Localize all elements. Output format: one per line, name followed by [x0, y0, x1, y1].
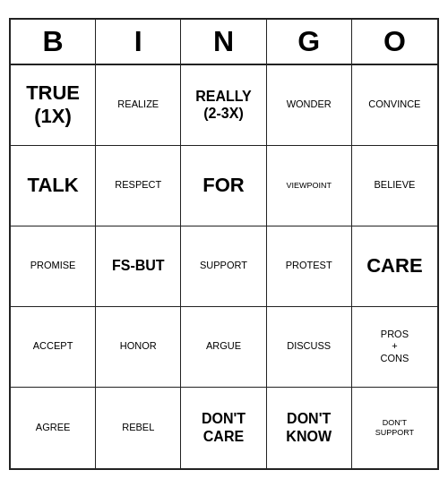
- cell-text: TRUE(1X): [26, 81, 80, 129]
- header-letter: N: [181, 20, 266, 64]
- header-letter: O: [352, 20, 437, 64]
- cell-text: FS-BUT: [112, 257, 165, 274]
- bingo-cell: FOR: [181, 146, 266, 226]
- cell-text: SUPPORT: [200, 260, 247, 271]
- header-letter: I: [96, 20, 181, 64]
- cell-text: REBEL: [122, 422, 154, 433]
- bingo-cell: BELIEVE: [352, 146, 437, 226]
- bingo-cell: DON'TCARE: [181, 388, 266, 468]
- bingo-cell: RESPECT: [96, 146, 181, 226]
- bingo-cell: TALK: [11, 146, 96, 226]
- bingo-card: BINGO TRUE(1X)REALIZEREALLY(2-3X)WONDERC…: [9, 18, 439, 470]
- cell-text: VIEWPOINT: [286, 181, 332, 191]
- bingo-grid: TRUE(1X)REALIZEREALLY(2-3X)WONDERCONVINC…: [11, 65, 437, 468]
- cell-text: DISCUSS: [287, 340, 331, 352]
- cell-text: REALLY(2-3X): [195, 88, 252, 122]
- cell-text: RESPECT: [115, 179, 161, 191]
- bingo-cell: DON'TSUPPORT: [352, 388, 437, 468]
- cell-text: FOR: [202, 174, 244, 197]
- bingo-cell: PROMISE: [11, 226, 96, 307]
- bingo-cell: DISCUSS: [267, 307, 352, 388]
- cell-text: CARE: [366, 254, 422, 278]
- cell-text: ACCEPT: [33, 340, 73, 352]
- header-letter: B: [11, 20, 96, 64]
- bingo-cell: ARGUE: [181, 307, 266, 388]
- bingo-cell: REALLY(2-3X): [181, 65, 266, 146]
- cell-text: DON'TSUPPORT: [375, 418, 414, 438]
- header-letter: G: [267, 20, 352, 64]
- cell-text: WONDER: [287, 98, 332, 110]
- bingo-cell: PROTEST: [267, 226, 352, 307]
- bingo-header: BINGO: [11, 20, 437, 65]
- cell-text: CONVINCE: [368, 98, 420, 110]
- cell-text: ARGUE: [206, 340, 241, 352]
- cell-text: HONOR: [120, 340, 157, 352]
- cell-text: PROMISE: [30, 260, 76, 271]
- cell-text: DON'TKNOW: [286, 410, 332, 444]
- bingo-cell: AGREE: [11, 388, 96, 468]
- cell-text: DON'TCARE: [202, 410, 246, 444]
- bingo-cell: DON'TKNOW: [267, 388, 352, 468]
- bingo-cell: VIEWPOINT: [267, 146, 352, 226]
- bingo-cell: REALIZE: [96, 65, 181, 146]
- bingo-cell: HONOR: [96, 307, 181, 388]
- bingo-cell: FS-BUT: [96, 226, 181, 307]
- cell-text: AGREE: [36, 422, 71, 433]
- bingo-cell: PROS+CONS: [352, 307, 437, 388]
- bingo-cell: ACCEPT: [11, 307, 96, 388]
- bingo-cell: TRUE(1X): [11, 65, 96, 146]
- bingo-cell: REBEL: [96, 388, 181, 468]
- bingo-cell: CONVINCE: [352, 65, 437, 146]
- cell-text: REALIZE: [117, 98, 159, 110]
- cell-text: TALK: [28, 174, 79, 197]
- bingo-cell: SUPPORT: [181, 226, 266, 307]
- cell-text: PROS+CONS: [381, 329, 409, 364]
- cell-text: BELIEVE: [374, 179, 415, 191]
- bingo-cell: CARE: [352, 226, 437, 307]
- cell-text: PROTEST: [286, 260, 332, 271]
- bingo-cell: WONDER: [267, 65, 352, 146]
